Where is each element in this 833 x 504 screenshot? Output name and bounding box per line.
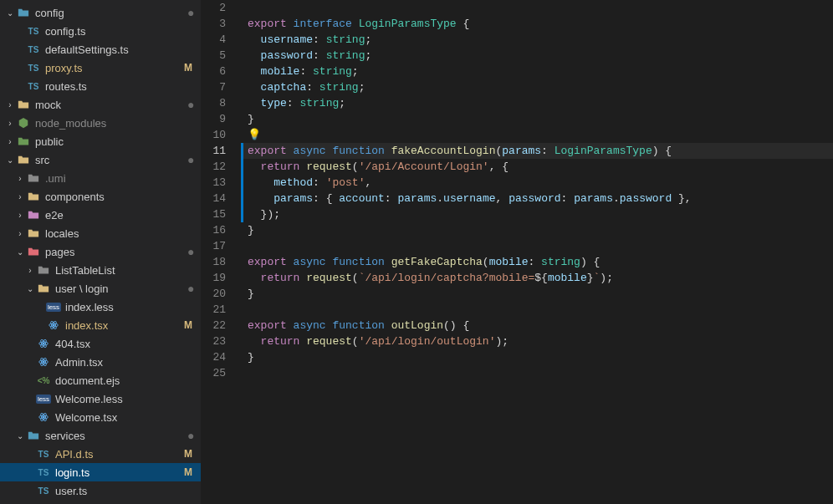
tree-item-label: node_modules [35,117,194,130]
svg-point-12 [43,416,45,419]
tree-item-login-ts[interactable]: TSlogin.tsM [0,463,201,481]
tree-item-404-tsx[interactable]: 404.tsx [0,334,201,353]
chevron-down-icon[interactable]: ⌄ [15,431,25,440]
chevron-right-icon[interactable]: › [15,174,25,183]
code-line[interactable] [241,0,833,16]
code-line[interactable]: return request('/api/login/outLogin'); [241,333,833,349]
tree-item-user-ts[interactable]: TSuser.ts [0,481,201,500]
code-line[interactable]: export async function fakeAccountLogin(p… [241,143,833,159]
code-line[interactable]: export async function outLogin() { [241,318,833,333]
react-icon [37,410,50,424]
tree-item-api-d-ts[interactable]: TSAPI.d.tsM [0,445,201,463]
tree-item-services[interactable]: ⌄services● [0,426,201,445]
tree-item-node-modules[interactable]: ›node_modules [0,114,201,132]
modified-dot-icon: ● [187,430,194,441]
code-line[interactable] [241,302,833,318]
tree-item-welcome-less[interactable]: lessWelcome.less [0,389,201,408]
code-line[interactable]: captcha: string; [241,79,833,95]
tree-item-config[interactable]: ⌄config● [0,3,201,22]
code-line[interactable]: } [241,286,833,302]
tree-item-pages[interactable]: ⌄pages● [0,242,201,261]
code-line[interactable]: type: string; [241,95,833,111]
line-number: 24 [201,349,241,365]
tree-item-proxy-ts[interactable]: TSproxy.tsM [0,59,201,77]
chevron-right-icon[interactable]: › [15,211,25,220]
tree-item-label: Welcome.tsx [55,411,194,424]
code-line[interactable]: return request('/api/Account/Login', { [241,159,833,175]
code-line[interactable]: export async function getFakeCaptcha(mob… [241,254,833,270]
tree-item-label: user.ts [55,485,194,497]
tree-item-components[interactable]: ›components [0,187,201,206]
line-number: 6 [201,64,241,79]
file-explorer-sidebar[interactable]: ⌄config●TSconfig.tsTSdefaultSettings.tsT… [0,0,201,504]
chevron-right-icon[interactable]: › [5,100,15,109]
ts-icon: TS [27,61,40,74]
tree-item-public[interactable]: ›public [0,132,201,150]
folder-icon [27,190,40,203]
tree-item-label: e2e [45,209,194,221]
tree-item-label: config.ts [45,25,194,38]
code-line[interactable]: } [241,349,833,365]
code-line[interactable]: mobile: string; [241,64,833,79]
tree-item-config-ts[interactable]: TSconfig.ts [0,22,201,40]
code-line[interactable]: 💡 [241,127,833,143]
code-line[interactable]: } [241,222,833,238]
tree-item-document-ejs[interactable]: <%document.ejs [0,371,201,389]
chevron-down-icon[interactable]: ⌄ [15,247,25,257]
folder-icon [27,245,40,258]
code-line[interactable] [241,365,833,381]
tree-item-label: login.ts [55,466,182,479]
chevron-down-icon[interactable]: ⌄ [5,155,15,165]
code-line[interactable]: method: 'post', [241,175,833,191]
code-area[interactable]: export interface LoginParamsType { usern… [241,0,833,504]
chevron-right-icon[interactable]: › [15,229,25,238]
tree-item-label: components [45,191,194,203]
less-icon: less [37,392,50,405]
line-number-gutter: 2345678910111213141516171819202122232425 [201,0,241,504]
code-line[interactable]: export interface LoginParamsType { [241,16,833,32]
chevron-right-icon[interactable]: › [5,119,15,128]
chevron-right-icon[interactable]: › [25,266,35,275]
tree-item-welcome-tsx[interactable]: Welcome.tsx [0,408,201,426]
lightbulb-icon[interactable]: 💡 [248,127,261,143]
tree-item-listtablelist[interactable]: ›ListTableList [0,261,201,279]
line-number: 10 [201,127,241,143]
code-line[interactable]: return request(`/api/login/captcha?mobil… [241,270,833,286]
code-editor[interactable]: 2345678910111213141516171819202122232425… [201,0,833,504]
tree-item-index-tsx[interactable]: index.tsxM [0,316,201,334]
tree-item-defaultsettings-ts[interactable]: TSdefaultSettings.ts [0,40,201,59]
tree-item-user-login[interactable]: ⌄user \ login● [0,279,201,298]
tree-item-mock[interactable]: ›mock● [0,95,201,114]
tree-item-locales[interactable]: ›locales [0,224,201,242]
folder-icon [27,429,40,442]
chevron-down-icon[interactable]: ⌄ [25,284,35,293]
tree-item-routes-ts[interactable]: TSroutes.ts [0,77,201,95]
tree-item-src[interactable]: ⌄src● [0,150,201,169]
nodemod-icon [17,116,30,130]
chevron-right-icon[interactable]: › [15,192,25,201]
tree-item-index-less[interactable]: lessindex.less [0,298,201,316]
tree-item--umi[interactable]: ›.umi [0,169,201,187]
modified-dot-icon: ● [187,154,194,165]
tree-item-label: index.tsx [65,319,182,332]
tree-item-admin-tsx[interactable]: Admin.tsx [0,353,201,371]
chevron-right-icon[interactable]: › [5,137,15,146]
code-line[interactable]: password: string; [241,48,833,64]
ts-icon: TS [27,79,40,93]
code-line[interactable] [241,238,833,254]
modified-dot-icon: ● [187,99,194,110]
line-number: 19 [201,270,241,286]
code-line[interactable]: } [241,111,833,127]
tree-item-e2e[interactable]: ›e2e [0,206,201,224]
code-line[interactable]: username: string; [241,32,833,48]
svg-point-0 [53,324,55,327]
folder-icon [17,135,30,148]
svg-point-4 [43,343,45,345]
code-line[interactable]: }); [241,206,833,222]
tree-item-label: ListTableList [55,264,194,277]
git-modified-badge: M [182,319,194,331]
tree-item-label: locales [45,227,194,240]
modified-dot-icon: ● [187,283,194,294]
chevron-down-icon[interactable]: ⌄ [5,8,15,18]
code-line[interactable]: params: { account: params.username, pass… [241,191,833,206]
